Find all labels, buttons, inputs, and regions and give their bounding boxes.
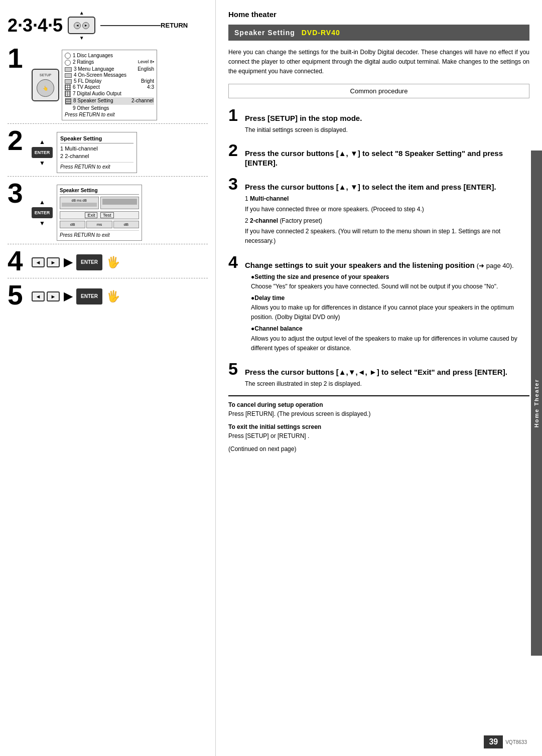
step4-bullet1-text: Choose "Yes" for speakers you have conne… — [251, 282, 529, 291]
step3-sub2-text: If you have connected 2 speakers. (You w… — [245, 227, 529, 246]
side-bar: Home Theater — [531, 150, 542, 656]
step3-sub2-title: 2-channel — [250, 217, 278, 224]
remote-device-box: ◄ ► — [68, 17, 95, 34]
step4-bullet2: ●Delay time Allows you to make up for di… — [251, 293, 529, 323]
step4-text: Change settings to suit your speakers an… — [245, 260, 529, 270]
sidebar-label: Home Theater — [533, 379, 539, 427]
step3-text: Press the cursor buttons [▲, ▼] to selec… — [245, 182, 529, 192]
hand-icon-4: 🖐 — [106, 256, 120, 269]
arrow-right-step5: ▶ — [64, 290, 72, 303]
step5-diagram: 5 ◄ ► ▶ ENTER 🖐 — [8, 281, 208, 309]
step4-nav: ◄ ► — [32, 257, 60, 267]
note1-title: To cancel during setup operation — [228, 401, 529, 408]
step3-menu: Speaker Setting dB ms dB Exit Test — [57, 185, 142, 241]
step2-num: 2 — [8, 127, 28, 155]
common-procedure-box: Common procedure — [228, 84, 529, 98]
step5-subtext: The screen illustrated in step 2 is disp… — [245, 379, 529, 388]
divider-rule — [228, 395, 529, 396]
step4-bullet3-title: ●Channel balance — [251, 325, 303, 332]
step5-text: Press the cursor buttons [▲,▼,◄, ►] to s… — [245, 367, 529, 377]
step3-num: 3 — [8, 180, 28, 207]
note1-text: Press [RETURN]. (The previous screen is … — [228, 409, 529, 418]
step4-diagram: 4 ◄ ► ▶ ENTER 🖐 — [8, 247, 208, 275]
up-arrow-icon: ▲ — [79, 10, 84, 16]
step3-sub2: 2 2-channel (Factory preset) If you have… — [245, 216, 529, 246]
step2-number: 2 — [228, 141, 241, 159]
page-number: 39 — [484, 735, 503, 748]
step3-instruction: 3 Press the cursor buttons [▲, ▼] to sel… — [228, 175, 529, 246]
step1-instruction: 1 Press [SETUP] in the stop mode. The in… — [228, 106, 529, 134]
step4-bullet2-title: ●Delay time — [251, 294, 285, 301]
note1: To cancel during setup operation Press [… — [228, 401, 529, 418]
setup-text: SETUP — [40, 73, 51, 77]
step1-subtext: The initial settings screen is displayed… — [245, 125, 529, 134]
enter-button-5[interactable]: ENTER — [76, 288, 102, 305]
page-number-area: 39 VQT8633 — [484, 735, 527, 748]
step3-number: 3 — [228, 175, 241, 192]
step2-diagram: 2 ▲ ENTER ▼ Speaker Setting 1 Multi-chan… — [8, 127, 208, 173]
note2: To exit the initial settings screen Pres… — [228, 423, 529, 440]
page-container: 2·3·4·5 ▲ ◄ ► ▼ RETURN 1 — [0, 0, 542, 756]
step2-text: Press the cursor buttons [▲, ▼] to selec… — [245, 148, 529, 168]
step5-nav: ◄ ► — [32, 291, 60, 301]
step3-sub2-suffix: (Factory preset) — [280, 217, 322, 224]
step4-num: 4 — [8, 247, 28, 275]
step-numbers-header: 2·3·4·5 ▲ ◄ ► ▼ RETURN — [8, 10, 208, 41]
step3-diagram: 3 ▲ ENTER ▼ Speaker Setting dB ms dB — [8, 180, 208, 241]
step2-remote: ▲ ENTER ▼ — [32, 138, 53, 167]
enter-button-3[interactable]: ENTER — [32, 207, 53, 218]
setup-remote-icon: SETUP 👆 — [32, 69, 59, 101]
common-procedure-label: Common procedure — [350, 87, 408, 95]
left-panel: 2·3·4·5 ▲ ◄ ► ▼ RETURN 1 — [0, 0, 216, 756]
page-code: VQT8633 — [505, 739, 527, 745]
step4-bullet3: ●Channel balance Allows you to adjust th… — [251, 324, 529, 353]
step4-bullet2-text: Allows you to make up for differences in… — [251, 303, 529, 322]
page-title: Home theater — [228, 10, 529, 19]
step5-number: 5 — [228, 360, 241, 377]
step3-remote: ▲ ENTER ▼ — [32, 199, 53, 227]
step3-sub1: 1 Multi-channel If you have connected th… — [245, 194, 529, 214]
dvd-model-label: DVD-RV40 — [302, 29, 340, 37]
hand-icon-5: 🖐 — [106, 290, 120, 303]
step4-bullet1: ●Setting the size and presence of your s… — [251, 272, 529, 291]
note2-title: To exit the initial settings screen — [228, 423, 529, 430]
continued-text: (Continued on next page) — [228, 445, 529, 452]
return-label: RETURN — [161, 22, 188, 29]
enter-button-2[interactable]: ENTER — [32, 147, 53, 158]
right-panel: Home theater Speaker Setting DVD-RV40 He… — [216, 0, 542, 756]
speaker-setting-text: Speaker Setting — [234, 29, 295, 37]
step2-menu: Speaker Setting 1 Multi-channel 2 2-chan… — [57, 132, 137, 173]
step3-sub1-title: Multi-channel — [250, 195, 289, 202]
step2-instruction: 2 Press the cursor buttons [▲, ▼] to sel… — [228, 141, 529, 168]
arrow-right-step4: ▶ — [64, 256, 72, 269]
step4-instruction: 4 Change settings to suit your speakers … — [228, 253, 529, 354]
step1-diagram: 1 SETUP 👆 1 Disc Languages 2 RatingsLev — [8, 45, 208, 120]
step4-bullet3-text: Allows you to adjust the output level of… — [251, 334, 529, 353]
step4-bullet1-title: ●Setting the size and presence of your s… — [251, 273, 389, 280]
enter-button-4[interactable]: ENTER — [76, 254, 102, 270]
setup-menu: 1 Disc Languages 2 RatingsLevel 8▪ 3 Men… — [62, 50, 157, 120]
step-numbers-label: 2·3·4·5 — [8, 15, 63, 36]
step1-number: 1 — [228, 106, 241, 123]
step3-sub1-text: If you have connected three or more spea… — [245, 205, 529, 214]
step1-num: 1 — [8, 45, 28, 72]
step5-num: 5 — [8, 281, 28, 309]
step4-number: 4 — [228, 253, 241, 270]
down-arrow-icon: ▼ — [79, 35, 84, 41]
note2-text: Press [SETUP] or [RETURN] . — [228, 431, 529, 440]
intro-text: Here you can change the settings for the… — [228, 48, 529, 77]
step1-text: Press [SETUP] in the stop mode. — [245, 113, 529, 123]
step5-instruction: 5 Press the cursor buttons [▲,▼,◄, ►] to… — [228, 360, 529, 388]
speaker-setting-header-bar: Speaker Setting DVD-RV40 — [228, 25, 529, 41]
